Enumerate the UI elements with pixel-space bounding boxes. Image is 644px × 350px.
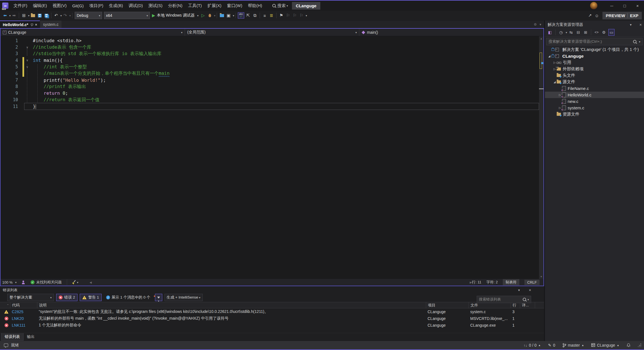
menu-item-工具(T)[interactable]: 工具(T) [185,1,205,11]
navigate-back-icon[interactable]: ⬅ [2,12,8,19]
scroll-up-icon[interactable]: ▲ [539,37,543,40]
code-editor[interactable]: 1#include <stdio.h>2∨//include表示 包含一个库3/… [1,36,543,279]
tabs-mode-indicator[interactable]: 制表符 [503,279,519,285]
error-row-LNK20[interactable]: ✕LNK20无法解析的外部符号 main，函数 "int __cdecl inv… [0,315,544,322]
solution-name-badge[interactable]: CLanguge [292,2,320,10]
menu-item-项目(P)[interactable]: 项目(P) [86,1,106,11]
sync-with-active-document-icon[interactable]: ⇆ [568,29,574,35]
tree-item-资源文件[interactable]: 资源文件 [545,111,644,118]
global-search-button[interactable]: 搜索 ▾ [272,3,288,8]
open-file-icon[interactable] [30,12,36,19]
panel-options-icon[interactable]: ▾ [518,288,520,292]
pending-edits-indicator[interactable]: ✎0 [548,343,555,347]
save-icon[interactable] [37,12,42,19]
search-options-icon[interactable]: ▾ [639,40,640,43]
tree-item-system.c[interactable]: ▷csystem.c [545,105,644,111]
panel-close-icon[interactable]: × [529,288,531,292]
menu-item-生成(B)[interactable]: 生成(B) [106,1,126,11]
switch-views-icon[interactable]: ◧ [547,29,553,35]
code-line-7[interactable]: 7 printf("Hello World!"); [1,77,539,83]
tree-item-头文件[interactable]: 头文件 [545,72,644,79]
view-code-icon[interactable]: <> [594,29,599,35]
scope-filter-combo[interactable]: 整个解决方案▾ [7,294,54,301]
editor-options-icon[interactable]: ⚙ [534,22,537,26]
bookmark-toggle-icon[interactable]: ⚑ [278,12,284,19]
tab-helloworld-c[interactable]: HelloWorld.c* × [0,21,40,28]
tab-system-c[interactable]: system.c [40,21,61,28]
feedback-bubble-icon[interactable] [4,344,8,347]
panel-close-icon[interactable]: × [640,22,642,27]
menu-item-测试(S)[interactable]: 测试(S) [146,1,165,11]
source-filter-combo[interactable]: 生成 + IntelliSense▾ [165,294,203,301]
column-description[interactable]: 说明 [37,302,426,308]
error-row-C2825[interactable]: !C2825“system”的批注不一致: 此实例包含 无批注。请参见 c:\p… [0,308,544,315]
properties-icon[interactable]: ⚙ [601,29,607,35]
code-line-5[interactable]: 5∨ //int 表示一个整型 [1,64,539,70]
preview-selected-items-icon[interactable]: ▭ [608,29,615,36]
menu-item-文件(F)[interactable]: 文件(F) [11,1,30,11]
errors-filter-button[interactable]: ✕ 错误 2 [56,294,77,301]
tree-expander-icon[interactable]: ◢ [547,55,551,58]
error-code-link[interactable]: LNK20 [10,316,37,321]
pin-icon[interactable] [30,23,33,26]
code-line-1[interactable]: 1#include <stdio.h> [1,37,539,44]
menu-item-分析(N)[interactable]: 分析(N) [165,1,185,11]
tree-item-HelloWorld.c[interactable]: ▷cHelloWorld.c [545,92,644,98]
column-project[interactable]: 项目 [426,302,469,308]
indent-decrease-icon[interactable]: ≡ [262,12,268,19]
error-row-LNK111[interactable]: ✕LNK1111 个无法解析的外部命令CLangugeCLanguge.exe1 [0,322,544,329]
repository-selector[interactable]: CLanguge▲ [591,343,619,347]
start-debug-button[interactable]: ▶ 本地 Windows 调试器 ▾ [152,13,198,18]
navigate-forward-icon[interactable]: ➡ [11,12,17,19]
sync-commits-indicator[interactable]: ↑↓0 / 0▲ [524,343,541,347]
menu-item-Git(G)[interactable]: Git(G) [69,1,86,11]
menu-item-调试(D)[interactable]: 调试(D) [126,1,146,11]
tab-error-list[interactable]: 错误列表 [1,333,24,341]
share-icon[interactable]: ↗ [587,12,593,19]
search-options-icon[interactable]: ▾ [527,298,529,301]
platform-combo[interactable]: x64▾ [104,12,150,19]
show-all-files-icon[interactable]: ⊞ [583,29,588,35]
toolbar-overflow-icon[interactable]: ▾ [233,14,234,17]
start-without-debug-icon[interactable]: ▷ [200,12,206,19]
severity-column-icon[interactable]: '' [0,302,10,308]
collapse-all-icon[interactable]: ⊟ [576,29,581,35]
code-line-9[interactable]: 9 return 0; [1,90,539,96]
error-code-link[interactable]: LNK111 [10,323,37,328]
solution-explorer-search-input[interactable]: 搜索解决方案资源管理器(Ctrl+;) ▾ [546,38,643,45]
window-minimize-button[interactable]: ─ [605,1,618,11]
char-indicator[interactable]: 字符: 2 [487,280,498,285]
code-line-8[interactable]: 8 //printf 表示输出 [1,83,539,90]
save-all-icon[interactable] [44,12,49,19]
code-line-6[interactable]: 6 //main表示一个分支的开始，单个程序当中有且只有一个main [1,70,539,77]
fold-collapse-icon[interactable]: ∨ [24,58,30,62]
pending-changes-icon[interactable]: ◷ [558,29,564,35]
user-avatar[interactable] [590,2,597,9]
zoom-control[interactable]: 100 %▾ [1,280,18,284]
scroll-down-icon[interactable]: ▼ [539,275,543,278]
menu-item-视图(V)[interactable]: 视图(V) [50,1,69,11]
tree-item-引用[interactable]: ▷引用 [545,59,644,66]
tree-expander-icon[interactable]: ◢ [552,80,557,83]
error-list-search-input[interactable]: 搜索错误列表 ▾ [477,296,531,303]
tree-item-FileName.c[interactable]: cFileName.c [545,85,644,92]
code-cleanup-dropdown-icon[interactable]: ▾ [77,281,78,284]
code-line-2[interactable]: 2∨//include表示 包含一个库 [1,44,539,50]
nav-scope-dropdown[interactable]: (全局范围) ▾ [185,29,359,36]
window-maximize-button[interactable]: □ [618,1,631,11]
pending-changes-dropdown-icon[interactable]: ▾ [566,31,567,34]
column-line[interactable]: 行 [511,302,520,308]
hot-reload-icon[interactable] [207,12,213,19]
line-indicator[interactable]: 行: 11 [472,280,481,285]
code-line-3[interactable]: 3//stdio当中的 std 表示一个标准执行库 io 表示输入输出库 [1,51,539,57]
find-in-files-icon[interactable] [219,12,225,19]
tree-item-解决方案 'CLanguge' (1 个项目，共 1 个)[interactable]: ∞解决方案 'CLanguge' (1 个项目，共 1 个) [545,46,644,53]
window-close-button[interactable]: × [631,1,644,11]
indent-increase-icon[interactable]: ≣ [269,12,274,19]
tree-item-new.c[interactable]: cnew.c [545,98,644,105]
accessibility-checker-icon[interactable] [22,281,25,284]
filter-button[interactable] [155,294,162,301]
duplicate-icon[interactable]: ⧉ [252,12,258,19]
menu-item-帮助(H)[interactable]: 帮助(H) [245,1,265,11]
spell-checker-toggle-icon[interactable]: abc✓ [238,12,244,19]
